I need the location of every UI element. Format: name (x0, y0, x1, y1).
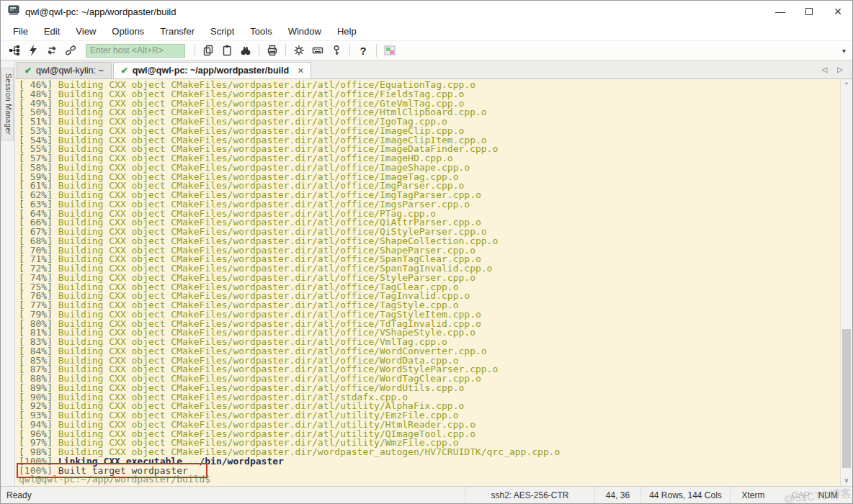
tab-label: qwl@qwl-kylin: ~ (36, 66, 104, 76)
find-icon[interactable] (236, 42, 255, 59)
window-title: qwl@qwl-pc: ~/app/wordpaster/build (25, 6, 176, 17)
status-encryption: ssh2: AES-256-CTR (465, 487, 594, 503)
toolbar-overflow-icon[interactable]: ▾ (842, 47, 846, 55)
paste-icon[interactable] (218, 42, 236, 59)
host-input[interactable] (86, 44, 185, 58)
toolbar-separator (349, 44, 350, 57)
toolbar: ? ▾ (1, 40, 852, 60)
menu-view[interactable]: View (68, 26, 104, 37)
properties-gear-icon[interactable] (290, 42, 308, 59)
menu-bar: File Edit View Options Transfer Script T… (1, 22, 852, 40)
toolbar-separator (285, 44, 286, 57)
tab-scroll-right-icon[interactable]: ▷ (832, 66, 848, 73)
tab-qwl-kylin[interactable]: ✔ qwl@qwl-kylin: ~ (17, 62, 112, 78)
connected-check-icon: ✔ (121, 66, 128, 76)
status-caps-lock: CAP (787, 490, 814, 500)
app-icon (8, 4, 19, 19)
menu-transfer[interactable]: Transfer (152, 26, 202, 37)
reconnect-icon[interactable] (43, 42, 61, 59)
menu-script[interactable]: Script (202, 26, 242, 37)
menu-edit[interactable]: Edit (36, 26, 68, 37)
scroll-down-icon[interactable]: v (841, 474, 852, 486)
terminal-output[interactable]: [ 46%] Building CXX object CMakeFiles/wo… (15, 78, 840, 486)
virtual-keyboard-icon[interactable] (308, 42, 327, 59)
status-cursor-position: 44, 36 (594, 487, 640, 503)
connected-check-icon: ✔ (24, 66, 32, 76)
menu-tools[interactable]: Tools (242, 26, 280, 37)
toolbar-separator (376, 44, 377, 57)
new-session-icon[interactable] (5, 42, 24, 59)
duplicate-icon[interactable] (199, 42, 218, 59)
title-bar: qwl@qwl-pc: ~/app/wordpaster/build — × (1, 1, 852, 22)
tab-scroll-left-icon[interactable]: ◁ (817, 66, 833, 73)
status-bar: Ready ssh2: AES-256-CTR 44, 36 44 Rows, … (1, 486, 852, 503)
menu-window[interactable]: Window (280, 26, 329, 37)
tab-close-icon[interactable]: × (298, 65, 303, 76)
menu-options[interactable]: Options (104, 26, 152, 37)
menu-file[interactable]: File (5, 26, 36, 37)
status-ready: Ready (1, 490, 465, 500)
quick-launch-icon[interactable] (24, 42, 43, 59)
tab-label: qwl@qwl-pc: ~/app/wordpaster/build (133, 66, 289, 76)
app-launcher-icon[interactable] (380, 42, 399, 59)
close-icon[interactable]: × (823, 1, 852, 22)
status-num-lock: NUM (814, 490, 842, 500)
toolbar-separator (195, 44, 195, 57)
link-icon[interactable] (61, 42, 80, 59)
scroll-up-icon[interactable]: ^ (841, 79, 852, 91)
resize-grip[interactable] (842, 487, 852, 503)
maximize-icon[interactable] (795, 1, 823, 22)
menu-help[interactable]: Help (329, 26, 365, 37)
scrollbar-thumb[interactable] (842, 329, 851, 468)
print-icon[interactable] (263, 42, 282, 59)
terminal-line: qwl@qwl-pc:~/app/wordpaster/build$ (19, 475, 840, 485)
vertical-scrollbar[interactable]: ^ v (840, 78, 852, 486)
left-panel-strip: Session Manager (1, 60, 15, 486)
tab-qwl-pc[interactable]: ✔ qwl@qwl-pc: ~/app/wordpaster/build × (113, 62, 312, 78)
status-terminal-size: 44 Rows, 144 Cols (640, 487, 730, 503)
toolbar-separator (259, 44, 259, 57)
session-manager-tab[interactable]: Session Manager (1, 68, 14, 140)
tab-bar: ✔ qwl@qwl-kylin: ~ ✔ qwl@qwl-pc: ~/app/w… (15, 60, 852, 78)
key-icon[interactable] (327, 42, 346, 59)
help-icon[interactable]: ? (354, 42, 372, 59)
status-terminal-type: Xterm (730, 487, 776, 503)
app-window: qwl@qwl-pc: ~/app/wordpaster/build — × F… (0, 0, 853, 504)
minimize-icon[interactable]: — (766, 1, 795, 22)
